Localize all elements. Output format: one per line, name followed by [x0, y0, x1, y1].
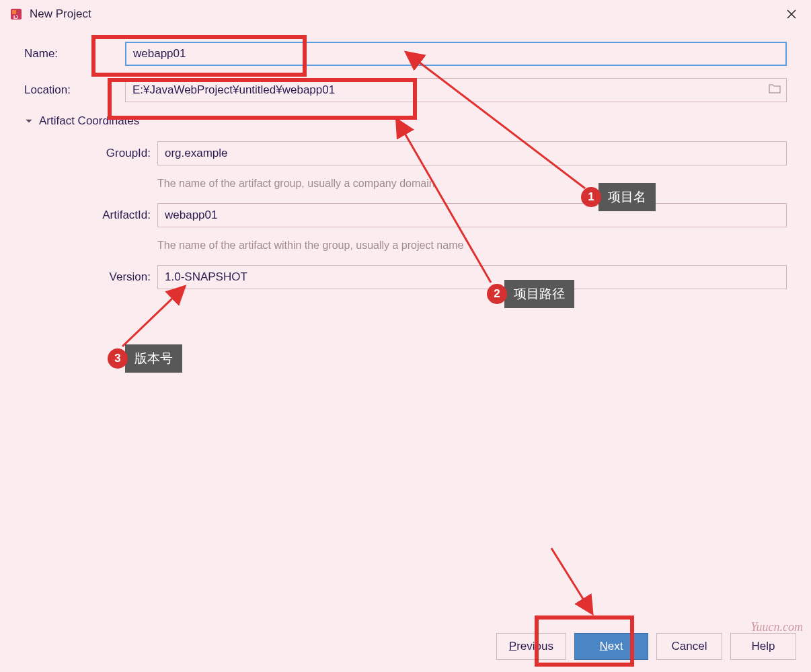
- groupid-input[interactable]: [157, 141, 787, 165]
- artifactid-label: ArtifactId:: [56, 209, 157, 222]
- svg-text:IJ: IJ: [13, 14, 18, 20]
- artifactid-input[interactable]: [157, 203, 787, 227]
- groupid-hint: The name of the artifact group, usually …: [157, 178, 787, 190]
- svg-line-6: [551, 548, 585, 602]
- artifact-section-label: Artifact Coordinates: [39, 114, 139, 128]
- app-icon: IJ: [9, 7, 23, 21]
- location-label: Location:: [24, 83, 125, 97]
- annotation-number-3: 3: [108, 348, 128, 369]
- titlebar: IJ New Project: [0, 0, 811, 28]
- svg-line-5: [122, 296, 175, 346]
- version-input[interactable]: [157, 265, 787, 289]
- previous-button[interactable]: Previous: [496, 633, 566, 660]
- help-button[interactable]: Help: [730, 633, 796, 660]
- artifact-coordinates-toggle[interactable]: Artifact Coordinates: [24, 114, 787, 128]
- annotation-label-3: 版本号: [125, 344, 182, 373]
- watermark-text: Yuucn.com: [750, 620, 803, 634]
- chevron-down-icon: [24, 116, 34, 126]
- cancel-button[interactable]: Cancel: [656, 633, 722, 660]
- window-title: New Project: [30, 7, 781, 21]
- next-button[interactable]: Next: [574, 633, 648, 660]
- annotation-callout-3: 3 版本号: [108, 344, 182, 373]
- name-label: Name:: [24, 47, 125, 61]
- name-input[interactable]: [125, 42, 787, 66]
- groupid-label: GroupId:: [56, 147, 157, 160]
- form-content: Name: Location: Artifact Coordinates Gro…: [0, 28, 811, 289]
- footer-buttons: Previous Next Cancel Help: [496, 633, 796, 660]
- folder-icon[interactable]: [768, 83, 781, 97]
- new-project-dialog: IJ New Project Name: Location:: [0, 0, 811, 672]
- version-label: Version:: [56, 270, 157, 284]
- artifactid-hint: The name of the artifact within the grou…: [157, 239, 787, 252]
- location-input[interactable]: [125, 78, 787, 102]
- close-icon[interactable]: [781, 4, 802, 24]
